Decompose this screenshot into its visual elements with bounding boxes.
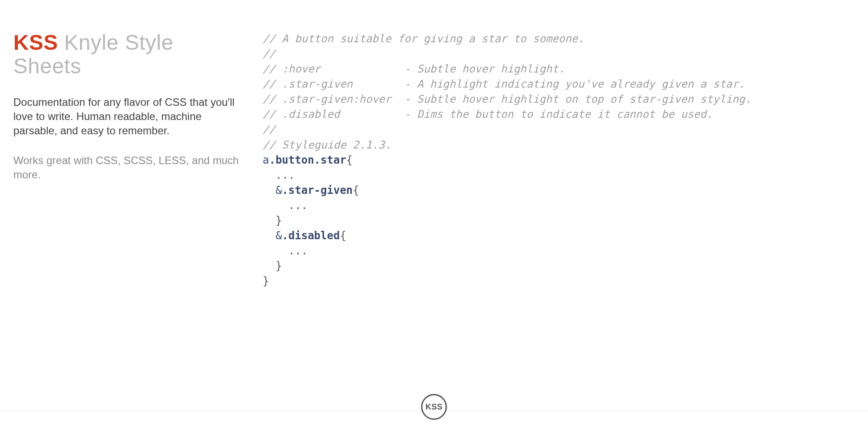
page-title: KSS Knyle Style Sheets (13, 31, 245, 78)
code-comment: // .disabled - Dims the button to indica… (263, 108, 713, 121)
code-brace: } (276, 214, 282, 227)
code-brace: } (263, 275, 269, 287)
intro-text: Documentation for any flavor of CSS that… (13, 95, 245, 138)
code-selector: a (263, 154, 269, 166)
code-selector: .button (269, 154, 314, 166)
kss-badge-label: KSS (426, 402, 443, 412)
code-ellipsis: ... (288, 245, 308, 257)
kss-badge-icon[interactable]: KSS (421, 394, 447, 420)
subnote-text: Works great with CSS, SCSS, LESS, and mu… (13, 153, 245, 182)
code-comment: // .star-given - A highlight indicating … (263, 78, 745, 90)
code-comment: // (263, 123, 276, 136)
code-ellipsis: ... (276, 169, 295, 181)
code-selector: .star-given (282, 184, 353, 197)
code-comment: // :hover - Subtle hover highlight. (263, 63, 565, 75)
code-comment: // A button suitable for giving a star t… (263, 32, 584, 45)
code-comment: // (263, 48, 276, 60)
code-comment: // .star-given:hover - Subtle hover high… (263, 93, 751, 105)
code-selector: .star (314, 154, 346, 166)
code-brace: } (276, 260, 282, 272)
code-brace: { (353, 184, 359, 197)
brand-name: KSS (13, 31, 58, 54)
code-ellipsis: ... (288, 199, 308, 212)
code-brace: { (340, 229, 346, 242)
code-comment: // Styleguide 2.1.3. (263, 139, 391, 151)
code-brace: { (346, 154, 353, 166)
code-amp: & (276, 229, 282, 242)
code-sample: // A button suitable for giving a star t… (263, 31, 855, 289)
code-selector: .disabled (282, 229, 340, 242)
code-amp: & (276, 184, 282, 197)
